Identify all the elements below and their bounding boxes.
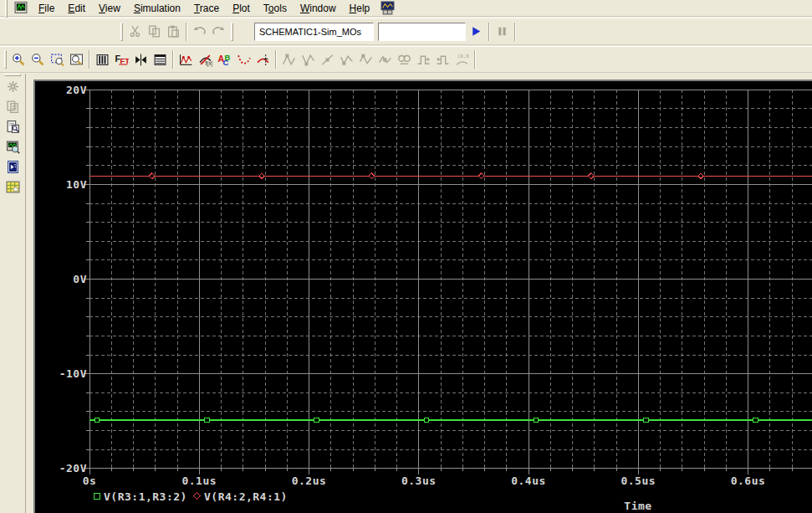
cursor-prev-transition-icon [436, 53, 450, 67]
evaluate-measurement-button[interactable]: f(x) [196, 49, 215, 69]
cursor-toggle-icon [256, 53, 270, 67]
copy-icon [147, 24, 161, 38]
redo-icon [212, 24, 226, 38]
add-trace-icon [179, 53, 193, 67]
cursor-slope-icon [320, 53, 335, 67]
cursor-next-transition-button [414, 49, 433, 69]
alternate-display-button[interactable] [131, 49, 151, 69]
zoom-fit-icon [69, 53, 84, 67]
svg-text:-10V: -10V [59, 367, 87, 380]
menubar-grip[interactable] [5, 0, 8, 18]
mark-data-points-button[interactable] [234, 49, 253, 69]
view-simulation-results-button[interactable] [3, 157, 23, 177]
svg-text:(0,0): (0,0) [457, 54, 469, 59]
simulation-messages-button [3, 97, 23, 116]
simulation-sidebar [0, 74, 26, 513]
sim-queue-icon [6, 80, 20, 94]
toggle-cursor-button[interactable] [253, 49, 273, 69]
cursor-slope-button [318, 49, 337, 69]
view-sim-results-icon [6, 160, 20, 174]
zoom-area-button[interactable] [48, 49, 67, 69]
svg-text:10V: 10V [66, 178, 87, 191]
menu-window[interactable]: Window [294, 1, 343, 16]
cursor-coordinates-icon: (0,0) [455, 53, 469, 67]
menu-tools[interactable]: Tools [257, 1, 294, 16]
cursor-coordinates-button: (0,0) [452, 49, 472, 69]
plot-bars-icon [95, 53, 110, 67]
toolbar-grip[interactable] [4, 50, 7, 69]
svg-text:0.5us: 0.5us [620, 475, 656, 487]
toolbar-separator [186, 23, 187, 41]
simulation-profile-icon[interactable] [380, 1, 395, 15]
simulation-profile-combo[interactable] [254, 23, 374, 41]
svg-text:FT: FT [120, 55, 129, 64]
svg-text:0.1us: 0.1us [181, 475, 217, 487]
pause-button [493, 22, 512, 42]
zoom-in-button[interactable] [9, 49, 28, 69]
menu-items: FileEditViewSimulationTracePlotToolsWind… [32, 1, 376, 16]
svg-text:f(x): f(x) [206, 60, 213, 67]
alternate-display-icon [134, 53, 148, 67]
plot-window-button[interactable] [93, 49, 112, 69]
fft-button[interactable]: FFT [112, 49, 131, 69]
svg-text:Time: Time [624, 500, 651, 512]
view-output-file-icon [6, 120, 20, 134]
view-output-file-button[interactable] [3, 117, 23, 136]
run-button[interactable] [467, 22, 486, 42]
menu-edit[interactable]: Edit [61, 1, 92, 16]
view-schematic-button[interactable] [3, 177, 23, 197]
svg-text:0.4us: 0.4us [511, 475, 546, 487]
menu-file[interactable]: File [32, 1, 61, 16]
menu-help[interactable]: Help [343, 1, 377, 16]
zoom-fit-button[interactable] [67, 49, 86, 69]
mark-points-icon [237, 53, 251, 67]
cursor-min-icon [340, 53, 354, 67]
cursor-max-icon [359, 53, 373, 67]
view-output-list-button[interactable] [151, 49, 170, 69]
plot-toolbar: FFTf(x)ABC(0,0) [0, 46, 812, 73]
view-circuit-file-button[interactable] [3, 137, 23, 156]
cursor-peak-icon [282, 53, 296, 67]
label-text-icon: ABC [217, 53, 232, 67]
standard-toolbar [0, 18, 812, 45]
copy-button [145, 22, 164, 42]
menu-bar: FileEditViewSimulationTracePlotToolsWind… [0, 0, 812, 17]
redo-button [209, 22, 228, 42]
pspice-document-icon[interactable] [13, 1, 28, 15]
svg-text:V(R4:2,R4:1): V(R4:2,R4:1) [204, 490, 288, 503]
add-trace-button[interactable] [176, 49, 196, 69]
menu-plot[interactable]: Plot [226, 1, 257, 16]
zoom-out-icon [31, 53, 45, 67]
cursor-point-icon [378, 53, 392, 67]
cursor-trough-button [299, 49, 318, 69]
cursor-next-transition-icon [416, 53, 431, 67]
menu-simulation[interactable]: Simulation [127, 1, 187, 16]
toolbar-separator [89, 50, 90, 69]
cursor-search-icon [397, 53, 411, 67]
toolbar-grip[interactable] [231, 23, 233, 41]
cursor-prev-transition-button [433, 49, 452, 69]
toolbar-separator [514, 23, 516, 41]
paste-icon [166, 24, 181, 38]
svg-text:0.3us: 0.3us [401, 475, 437, 487]
zoom-out-button[interactable] [28, 49, 48, 69]
scissors-icon [128, 24, 142, 38]
toolbar-separator [172, 50, 174, 69]
view-circuit-file-icon [6, 140, 20, 154]
svg-text:C: C [222, 58, 228, 67]
menu-view[interactable]: View [92, 1, 127, 16]
svg-text:0V: 0V [73, 273, 87, 285]
toolbar-grip[interactable] [120, 23, 123, 41]
cursor-max-button [356, 49, 375, 69]
toolbar-separator [275, 50, 277, 69]
toolbar-grip[interactable] [4, 74, 21, 76]
simulation-status-field[interactable] [378, 23, 466, 41]
cursor-point-button [375, 49, 395, 69]
label-button[interactable]: ABC [215, 49, 234, 69]
cursor-trough-icon [301, 53, 315, 67]
toolbar-separator [488, 23, 490, 41]
waveform-chart[interactable]: 0s0.1us0.2us0.3us0.4us0.5us0.6us20V10V0V… [35, 81, 812, 513]
sim-messages-icon [6, 100, 20, 114]
menu-trace[interactable]: Trace [187, 1, 226, 16]
svg-text:0.2us: 0.2us [292, 475, 327, 487]
